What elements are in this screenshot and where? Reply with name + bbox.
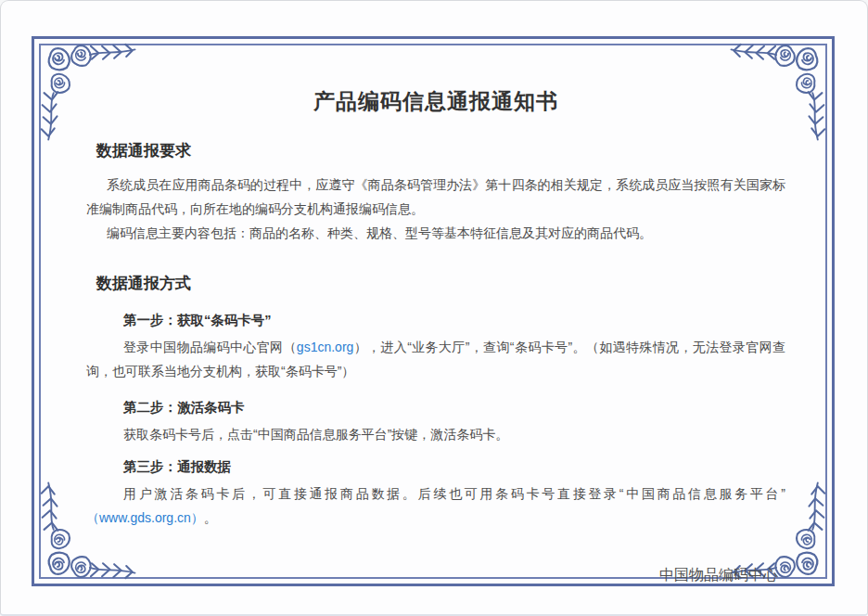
notice-page: 产品编码信息通报通知书 数据通报要求 系统成员在应用商品条码的过程中，应遵守《商… [0,0,868,616]
decorative-frame: 产品编码信息通报通知书 数据通报要求 系统成员在应用商品条码的过程中，应遵守《商… [32,36,835,586]
step-3-body: 用户激活条码卡后，可直接通报商品数据。后续也可用条码卡号直接登录“中国商品信息服… [86,481,785,530]
requirements-paragraph-2: 编码信息主要内容包括：商品的名称、种类、规格、型号等基本特征信息及其对应的商品代… [86,221,785,245]
gds-link[interactable]: （www.gds.org.cn） [86,510,204,525]
notice-content: 产品编码信息通报通知书 数据通报要求 系统成员在应用商品条码的过程中，应遵守《商… [34,39,832,584]
step-3-title: 第三步：通报数据 [123,456,785,477]
section-data-report-requirements: 数据通报要求 系统成员在应用商品条码的过程中，应遵守《商品条码管理办法》第十四条… [86,140,785,245]
step-1-body: 登录中国物品编码中心官网（gs1cn.org），进入“业务大厅”，查询“条码卡号… [86,335,785,383]
step-2: 第二步：激活条码卡 获取条码卡号后，点击“中国商品信息服务平台”按键，激活条码卡… [86,397,785,446]
issuer-signature: 中国物品编码中心 [86,565,778,585]
step-3-text-before: 用户激活条码卡后，可直接通报商品数据。后续也可用条码卡号直接登录“中国商品信息服… [123,486,785,501]
step-1: 第一步：获取“条码卡号” 登录中国物品编码中心官网（gs1cn.org），进入“… [86,310,785,383]
step-2-title: 第二步：激活条码卡 [123,397,785,417]
requirements-paragraph-1: 系统成员在应用商品条码的过程中，应遵守《商品条码管理办法》第十四条的相关规定，系… [86,173,785,221]
section-heading-method: 数据通报方式 [96,273,785,295]
step-3: 第三步：通报数据 用户激活条码卡后，可直接通报商品数据。后续也可用条码卡号直接登… [86,456,785,530]
step-1-text-before: 登录中国物品编码中心官网（ [123,340,297,354]
gs1cn-link[interactable]: gs1cn.org [297,340,353,354]
page-title: 产品编码信息通报通知书 [86,87,785,115]
section-heading-requirements: 数据通报要求 [96,140,785,162]
step-1-title: 第一步：获取“条码卡号” [123,310,785,330]
section-data-report-method: 数据通报方式 第一步：获取“条码卡号” 登录中国物品编码中心官网（gs1cn.o… [86,273,785,530]
step-3-text-after: 。 [204,510,217,525]
step-2-body: 获取条码卡号后，点击“中国商品信息服务平台”按键，激活条码卡。 [86,422,785,446]
